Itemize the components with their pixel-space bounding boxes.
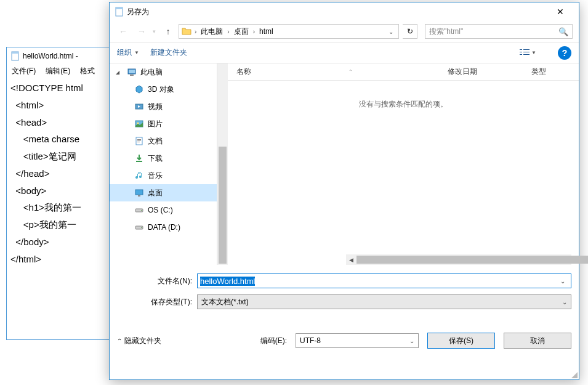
svg-rect-9 — [523, 54, 530, 55]
scrollbar-thumb[interactable] — [356, 256, 588, 264]
doc-icon — [134, 136, 144, 146]
nav-item-label: 3D 对象 — [148, 84, 174, 95]
svg-point-24 — [141, 210, 142, 211]
breadcrumb-bar[interactable]: › 此电脑 › 桌面 › html ⌄ — [179, 24, 399, 39]
svg-rect-22 — [138, 195, 140, 197]
nav-item-label: 音乐 — [148, 171, 163, 181]
nav-item-pic[interactable]: 图片 — [110, 115, 217, 132]
nav-item-desktop[interactable]: 桌面 — [110, 184, 217, 201]
encoding-label: 编码(E): — [260, 336, 287, 346]
organize-button[interactable]: 组织 ▼ — [117, 47, 139, 58]
nav-label: 此电脑 — [140, 67, 163, 78]
nav-item-3d[interactable]: 3D 对象 — [110, 81, 217, 98]
horizontal-scrollbar[interactable]: ◀ ▶ — [346, 254, 571, 265]
svg-point-26 — [141, 227, 142, 229]
cancel-button[interactable]: 取消 — [504, 333, 571, 349]
menu-edit[interactable]: 编辑(E) — [43, 65, 73, 78]
file-list-pane[interactable]: 名称 ⌃ 修改日期 类型 没有与搜索条件匹配的项。 ◀ ▶ — [228, 63, 579, 265]
toolbar: 组织 ▼ 新建文件夹 ▼ ? — [110, 42, 579, 63]
nav-up-button[interactable]: ↑ — [161, 25, 175, 38]
svg-rect-3 — [116, 7, 123, 9]
nav-back-button[interactable]: ← — [116, 24, 131, 39]
save-button[interactable]: 保存(S) — [427, 333, 495, 349]
sort-icon: ⌃ — [348, 69, 353, 75]
address-row: ← → ▾ ↑ › 此电脑 › 桌面 › html ⌄ ↻ 搜索"html" 🔍 — [110, 21, 579, 42]
help-button[interactable]: ? — [558, 46, 571, 60]
dialog-title-text: 另存为 — [127, 7, 149, 17]
filename-label: 文件名(N): — [117, 276, 197, 286]
refresh-button[interactable]: ↻ — [403, 24, 417, 39]
nav-item-doc[interactable]: 文档 — [110, 132, 217, 150]
3d-icon — [134, 84, 144, 94]
svg-rect-1 — [12, 52, 18, 54]
empty-message: 没有与搜索条件匹配的项。 — [228, 81, 579, 128]
nav-item-drive[interactable]: DATA (D:) — [110, 219, 217, 236]
scrollbar-thumb[interactable] — [219, 147, 227, 264]
navigation-pane[interactable]: ◢ 此电脑 3D 对象视频图片文档下载音乐桌面OS (C:)DATA (D:) — [110, 63, 217, 265]
chevron-right-icon[interactable]: › — [227, 28, 230, 35]
nav-item-label: 下载 — [148, 153, 163, 164]
resize-grip[interactable] — [570, 371, 578, 378]
chevron-down-icon: ▼ — [531, 50, 536, 55]
search-icon[interactable]: 🔍 — [558, 27, 568, 36]
dialog-icon — [115, 7, 124, 17]
search-input[interactable]: 搜索"html" 🔍 — [425, 24, 573, 39]
svg-rect-12 — [130, 75, 134, 76]
menu-file[interactable]: 文件(F) — [9, 65, 38, 78]
nav-item-video[interactable]: 视频 — [110, 98, 217, 115]
chevron-right-icon[interactable]: › — [252, 28, 256, 35]
fields-area: 文件名(N): helloWorld.html ⌄ 保存类型(T): 文本文档(… — [110, 265, 579, 319]
column-name[interactable]: 名称 ⌃ — [236, 67, 448, 77]
svg-rect-21 — [135, 190, 143, 195]
filename-input[interactable]: helloWorld.html ⌄ — [197, 274, 571, 288]
nav-item-label: 桌面 — [148, 188, 163, 198]
encoding-select[interactable]: UTF-8 ⌄ — [296, 333, 419, 348]
drive-icon — [134, 222, 144, 232]
view-button[interactable]: ▼ — [515, 47, 541, 59]
column-date[interactable]: 修改日期 — [448, 67, 531, 77]
bottom-bar: ⌃ 隐藏文件夹 编码(E): UTF-8 ⌄ 保存(S) 取消 — [110, 319, 579, 356]
svg-rect-4 — [520, 49, 522, 50]
dialog-titlebar: 另存为 ✕ — [110, 2, 579, 21]
svg-rect-5 — [520, 52, 522, 52]
expand-icon[interactable]: ◢ — [116, 70, 121, 75]
breadcrumb-dropdown[interactable]: ⌄ — [386, 28, 396, 35]
nav-item-label: 图片 — [148, 119, 163, 129]
filetype-select[interactable]: 文本文档(*.txt) ⌄ — [197, 294, 571, 309]
breadcrumb-folder[interactable]: html — [257, 26, 276, 37]
nav-forward-button[interactable]: → — [134, 24, 149, 39]
chevron-down-icon: ⌄ — [562, 299, 567, 306]
nav-recent-dropdown[interactable]: ▾ — [153, 28, 158, 34]
nav-scrollbar[interactable] — [217, 63, 228, 265]
column-type[interactable]: 类型 — [531, 67, 546, 77]
nav-this-pc[interactable]: ◢ 此电脑 — [110, 63, 217, 81]
svg-rect-19 — [137, 142, 140, 142]
filename-dropdown[interactable]: ⌄ — [557, 278, 568, 285]
svg-rect-7 — [523, 49, 530, 50]
chevron-down-icon: ▼ — [134, 50, 139, 55]
nav-item-drive[interactable]: OS (C:) — [110, 201, 217, 219]
hide-folders-toggle[interactable]: ⌃ 隐藏文件夹 — [117, 336, 161, 346]
nav-item-label: 视频 — [148, 102, 163, 112]
breadcrumb-desktop[interactable]: 桌面 — [232, 25, 251, 38]
pc-icon — [127, 67, 137, 77]
encoding-value: UTF-8 — [300, 336, 321, 345]
svg-rect-8 — [523, 52, 530, 52]
pic-icon — [134, 119, 144, 129]
chevron-right-icon[interactable]: › — [194, 28, 197, 35]
filetype-label: 保存类型(T): — [117, 297, 197, 307]
close-button[interactable]: ✕ — [546, 3, 574, 20]
chevron-down-icon: ⌄ — [409, 338, 414, 344]
scroll-left-button[interactable]: ◀ — [346, 254, 356, 265]
menu-format[interactable]: 格式 — [78, 65, 97, 78]
nav-item-dl[interactable]: 下载 — [110, 150, 217, 167]
new-folder-button[interactable]: 新建文件夹 — [150, 47, 187, 58]
nav-item-label: OS (C:) — [148, 206, 173, 214]
breadcrumb-pc[interactable]: 此电脑 — [198, 25, 225, 38]
svg-rect-11 — [129, 70, 135, 73]
filename-value: helloWorld.html — [200, 277, 255, 286]
chevron-up-icon: ⌃ — [117, 338, 122, 344]
svg-rect-17 — [137, 139, 141, 140]
drive-icon — [134, 205, 144, 215]
nav-item-music[interactable]: 音乐 — [110, 167, 217, 184]
